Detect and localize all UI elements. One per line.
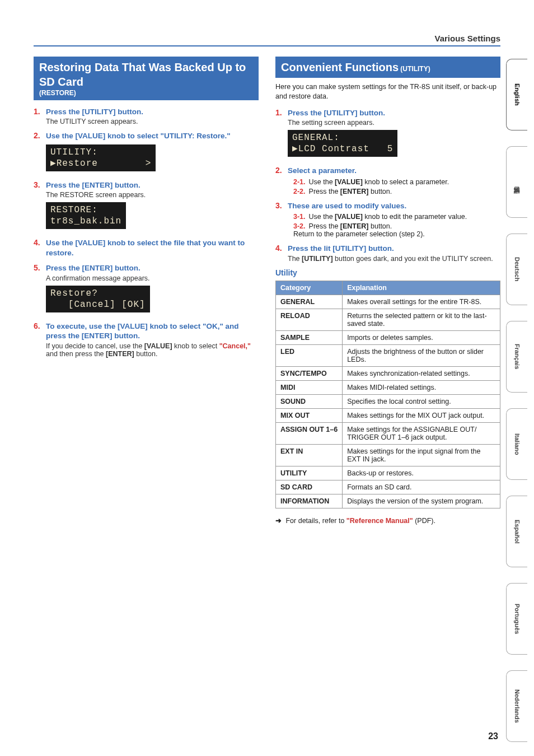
table-row: LEDAdjusts the brightness of the button … (276, 344, 500, 366)
step-head: Press the [UTILITY] button. (288, 108, 500, 118)
cell-explanation: Makes synchronization-related settings. (343, 366, 500, 380)
table-header-explanation: Explanation (343, 281, 500, 295)
language-tab[interactable]: 日本語 (506, 146, 527, 218)
step-sub: A confirmation message appears. (46, 274, 259, 282)
sub-step: 3-1.Use the [VALUE] knob to edit the par… (293, 213, 500, 221)
cell-category: EXT IN (276, 444, 343, 466)
language-tab[interactable]: Português (506, 583, 527, 655)
sub-step-number: 2-2. (293, 188, 306, 195)
convenient-steps: 1. Press the [UTILITY] button.The settin… (275, 108, 500, 263)
restore-title-big: Restoring Data That Was Backed Up to SD … (39, 60, 253, 89)
step-sub: The [UTILITY] button goes dark, and you … (288, 255, 500, 263)
step-number: 5. (34, 263, 40, 272)
step: 4. Use the [VALUE] knob to select the fi… (34, 238, 259, 258)
step-head: Press the [ENTER] button. (46, 263, 259, 273)
utility-label: Utility (275, 268, 500, 277)
step-number: 3. (275, 201, 282, 210)
footnote: ➜ For details, refer to "Reference Manua… (275, 516, 500, 525)
page-section-header: Various Settings (34, 34, 500, 46)
cell-category: SYNC/TEMPO (276, 366, 343, 380)
table-row: SYNC/TEMPOMakes synchronization-related … (276, 366, 500, 380)
step-head: Press the [UTILITY] button. (46, 107, 259, 117)
sub-step-number: 3-1. (293, 213, 306, 221)
language-tab[interactable]: Nederlands (506, 670, 527, 742)
table-row: GENERALMakes overall settings for the en… (276, 295, 500, 309)
table-row: UTILITYBacks-up or restores. (276, 466, 500, 480)
right-column: Convenient Functions (UTILITY) Here you … (275, 57, 500, 525)
table-row: SAMPLEImports or deletes samples. (276, 330, 500, 344)
step-head: To execute, use the [VALUE] knob to sele… (46, 321, 259, 341)
sub-step-number: 3-2. (293, 222, 306, 230)
step: 6. To execute, use the [VALUE] knob to s… (34, 321, 259, 358)
step-head: Select a parameter. (288, 166, 500, 176)
cell-explanation: Displays the version of the system progr… (343, 494, 500, 508)
cell-explanation: Specifies the local control setting. (343, 394, 500, 408)
cell-category: MIDI (276, 380, 343, 394)
language-label: Español (514, 520, 521, 544)
lcd-display: Restore? [Cancel] [OK] (46, 286, 150, 312)
step-number: 1. (275, 108, 282, 117)
language-label: Deutsch (514, 257, 521, 281)
convenient-intro: Here you can make system settings for th… (275, 82, 500, 101)
cell-explanation: Formats an SD card. (343, 480, 500, 494)
step: 4. Press the lit [UTILITY] button.The [U… (275, 244, 500, 263)
step-head: Press the [ENTER] button. (46, 180, 259, 190)
language-tab[interactable]: Español (506, 496, 527, 567)
table-header-category: Category (276, 281, 343, 295)
cell-explanation: Imports or deletes samples. (343, 330, 500, 344)
step: 1. Press the [UTILITY] button.The UTILIT… (34, 107, 259, 126)
language-tab[interactable]: English (506, 59, 527, 130)
step-number: 6. (34, 321, 40, 330)
step-head: Use the [VALUE] knob to select the file … (46, 238, 259, 258)
cell-explanation: Makes overall settings for the entire TR… (343, 295, 500, 309)
language-sidebar: English日本語DeutschFrançaisItalianoEspañol… (506, 59, 527, 742)
footnote-ref: "Reference Manual" (346, 517, 413, 525)
step: 2. Use the [VALUE] knob to select "UTILI… (34, 131, 259, 175)
convenient-title-small: (UTILITY) (399, 65, 430, 73)
restore-title-small: (RESTORE) (39, 89, 253, 98)
cell-category: SAMPLE (276, 330, 343, 344)
step-sub: If you decide to cancel, use the [VALUE]… (46, 342, 259, 358)
step-sub: The UTILITY screen appears. (46, 118, 259, 125)
restore-steps: 1. Press the [UTILITY] button.The UTILIT… (34, 107, 259, 358)
step: 1. Press the [UTILITY] button.The settin… (275, 108, 500, 161)
left-column: Restoring Data That Was Backed Up to SD … (34, 57, 259, 525)
language-label: Português (514, 604, 521, 634)
step-number: 2. (275, 166, 282, 175)
sub-step: 3-2.Press the [ENTER] button.Return to t… (293, 222, 500, 238)
arrow-icon: ➜ (275, 517, 282, 525)
language-tab[interactable]: Deutsch (506, 234, 527, 305)
step: 3. Press the [ENTER] button.The RESTORE … (34, 180, 259, 233)
cell-category: GENERAL (276, 295, 343, 309)
cell-explanation: Backs-up or restores. (343, 466, 500, 480)
language-label: Français (514, 344, 521, 369)
cell-explanation: Makes settings for the MIX OUT jack outp… (343, 408, 500, 422)
cell-category: MIX OUT (276, 408, 343, 422)
cell-category: UTILITY (276, 466, 343, 480)
language-tab[interactable]: Italiano (506, 408, 527, 480)
step-number: 4. (34, 238, 40, 247)
language-label: English (514, 83, 521, 106)
table-row: SD CARDFormats an SD card. (276, 480, 500, 494)
table-row: EXT INMakes settings for the input signa… (276, 444, 500, 466)
step-number: 3. (34, 180, 40, 189)
language-label: Nederlands (514, 689, 521, 723)
cell-explanation: Makes MIDI-related settings. (343, 380, 500, 394)
utility-table: Category Explanation GENERALMakes overal… (275, 281, 500, 508)
table-row: ASSIGN OUT 1–6Make settings for the ASSI… (276, 422, 500, 444)
footnote-pre: For details, refer to (285, 517, 346, 525)
lcd-display: GENERAL: ▶LCD Contrast 5 (288, 130, 397, 157)
language-tab[interactable]: Français (506, 321, 527, 393)
page-number: 23 (488, 731, 498, 741)
sub-step: 2-1.Use the [VALUE] knob to select a par… (293, 178, 500, 186)
step-number: 4. (275, 244, 282, 253)
cell-explanation: Returns the selected pattern or kit to t… (343, 309, 500, 330)
step-sub: The setting screen appears. (288, 119, 500, 127)
cell-category: SD CARD (276, 480, 343, 494)
cell-explanation: Makes settings for the input signal from… (343, 444, 500, 466)
lcd-display: RESTORE: tr8s_bak.bin (46, 202, 126, 229)
cell-category: SOUND (276, 394, 343, 408)
cell-category: ASSIGN OUT 1–6 (276, 422, 343, 444)
convenient-title-big: Convenient Functions (281, 61, 399, 73)
cell-category: LED (276, 344, 343, 366)
